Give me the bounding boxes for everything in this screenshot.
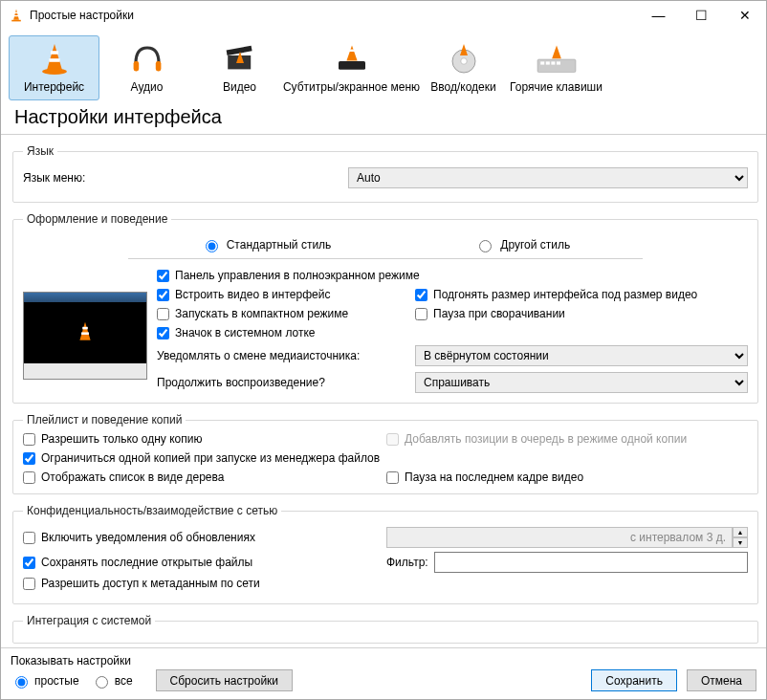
svg-point-17	[460, 58, 466, 64]
svg-rect-26	[82, 327, 88, 330]
tab-label: Видео	[223, 80, 256, 94]
chk-meta-network[interactable]: Разрешить доступ к метаданным по сети	[23, 577, 386, 590]
svg-point-7	[42, 69, 67, 75]
svg-marker-24	[552, 46, 561, 59]
chk-resize-interface[interactable]: Подгонять размер интерфейса под размер в…	[415, 288, 748, 301]
radio-native-style[interactable]: Стандартный стиль	[201, 237, 332, 252]
svg-rect-13	[339, 61, 365, 70]
page-title: Настройки интерфейса	[1, 100, 766, 134]
chk-pause-minimize[interactable]: Пауза при сворачивании	[415, 307, 748, 320]
svg-marker-0	[13, 10, 19, 20]
disc-icon	[441, 40, 487, 78]
tab-input[interactable]: Ввод/кодеки	[418, 35, 509, 100]
tab-label: Аудио	[131, 80, 164, 94]
group-privacy: Конфиденциальность/взаимодействие с сеть…	[12, 504, 758, 604]
headphones-icon	[124, 40, 170, 78]
tab-interface[interactable]: Интерфейс	[9, 35, 99, 100]
chk-one-instance[interactable]: Разрешить только одну копию	[23, 432, 386, 446]
svg-marker-4	[47, 44, 62, 70]
label-show-settings: Показывать настройки	[11, 654, 581, 667]
tab-video[interactable]: Видео	[194, 35, 285, 100]
tab-label: Горячие клавиши	[510, 80, 603, 94]
svg-rect-6	[49, 58, 59, 62]
chk-updates[interactable]: Включить уведомления об обновлениях	[23, 531, 386, 544]
spinner-down: ▼	[733, 537, 748, 548]
radio-all[interactable]: все	[91, 673, 133, 689]
tab-hotkeys[interactable]: Горячие клавиши	[511, 35, 602, 100]
tab-label: Интерфейс	[24, 80, 84, 94]
svg-rect-1	[14, 12, 17, 13]
svg-rect-8	[133, 61, 139, 71]
svg-rect-3	[11, 20, 21, 22]
tab-subtitles[interactable]: Субтитры/экранное меню	[287, 35, 416, 100]
titlebar: Простые настройки — ☐ ✕	[1, 1, 766, 30]
tab-label: Субтитры/экранное меню	[283, 80, 420, 94]
svg-rect-21	[545, 61, 549, 64]
category-tabs: Интерфейс Аудио Видео Субтитры/экранное …	[1, 30, 766, 100]
legend-lookfeel: Оформление и поведение	[23, 212, 171, 226]
svg-marker-25	[79, 322, 90, 340]
group-language: Язык Язык меню: Auto	[12, 144, 758, 203]
svg-rect-11	[226, 46, 252, 55]
divider	[1, 134, 766, 135]
footer: Показывать настройки простые все Сбросит…	[1, 647, 766, 699]
label-filter: Фильтр:	[386, 556, 428, 569]
svg-rect-2	[14, 15, 18, 16]
group-lookfeel: Оформление и поведение Стандартный стиль…	[12, 212, 758, 404]
svg-marker-14	[346, 46, 357, 61]
chk-embed-video[interactable]: Встроить видео в интерфейс	[157, 288, 415, 301]
cone-icon	[32, 40, 77, 78]
label-menu-language: Язык меню:	[23, 171, 348, 185]
minimize-button[interactable]: —	[637, 1, 680, 30]
svg-rect-15	[348, 50, 354, 52]
radio-simple[interactable]: простые	[11, 673, 79, 689]
input-filter[interactable]	[434, 552, 748, 573]
group-system: Интеграция с системой	[12, 614, 758, 644]
chk-pause-last-frame[interactable]: Пауза на последнем кадре видео	[386, 470, 748, 484]
svg-rect-9	[155, 61, 161, 71]
save-button[interactable]: Сохранить	[591, 669, 677, 691]
svg-rect-22	[551, 61, 555, 64]
reset-button[interactable]: Сбросить настройки	[156, 669, 293, 691]
svg-rect-20	[540, 61, 544, 64]
clapper-icon	[217, 40, 263, 78]
chk-enqueue: Добавлять позиции в очередь в режиме одн…	[386, 432, 748, 446]
spinner-value: с интервалом 3 д.	[386, 527, 733, 548]
tab-audio[interactable]: Аудио	[101, 35, 192, 100]
legend-language: Язык	[23, 144, 57, 158]
chk-one-from-fm[interactable]: Ограничиться одной копией при запуске из…	[23, 451, 748, 465]
chk-fs-controller[interactable]: Панель управления в полноэкранном режиме	[157, 269, 748, 282]
label-notify: Уведомлять о смене медиаисточника:	[157, 349, 415, 362]
label-continue: Продолжить воспроизведение?	[157, 376, 415, 389]
chk-compact[interactable]: Запускать в компактном режиме	[157, 307, 415, 320]
close-button[interactable]: ✕	[723, 1, 766, 30]
tab-label: Ввод/кодеки	[430, 80, 495, 94]
svg-rect-19	[537, 59, 576, 73]
spinner-up: ▲	[733, 527, 748, 537]
svg-rect-5	[51, 51, 58, 55]
svg-rect-23	[557, 61, 560, 64]
svg-rect-27	[81, 332, 89, 335]
style-preview	[23, 292, 147, 380]
select-menu-language[interactable]: Auto	[348, 167, 748, 188]
spinner-update-interval: с интервалом 3 д. ▲▼	[386, 527, 748, 548]
select-continue[interactable]: Спрашивать	[415, 372, 748, 393]
cancel-button[interactable]: Отмена	[687, 669, 756, 691]
settings-scroll[interactable]: Язык Язык меню: Auto Оформление и поведе…	[1, 137, 766, 647]
chk-save-recent[interactable]: Сохранять последние открытые файлы	[23, 556, 386, 569]
window-title: Простые настройки	[30, 9, 637, 22]
legend-privacy: Конфиденциальность/взаимодействие с сеть…	[23, 504, 281, 517]
maximize-button[interactable]: ☐	[680, 1, 723, 30]
legend-system: Интеграция с системой	[23, 614, 155, 627]
subtitle-icon	[329, 40, 375, 78]
vlc-cone-icon	[9, 8, 24, 23]
select-notify[interactable]: В свёрнутом состоянии	[415, 345, 748, 366]
group-playlist: Плейлист и поведение копий Разрешить тол…	[12, 413, 758, 494]
radio-other-style[interactable]: Другой стиль	[474, 237, 570, 252]
keyboard-icon	[534, 40, 580, 78]
chk-tray-icon[interactable]: Значок в системном лотке	[157, 326, 748, 339]
chk-tree-view[interactable]: Отображать список в виде дерева	[23, 470, 386, 484]
legend-playlist: Плейлист и поведение копий	[23, 413, 186, 427]
